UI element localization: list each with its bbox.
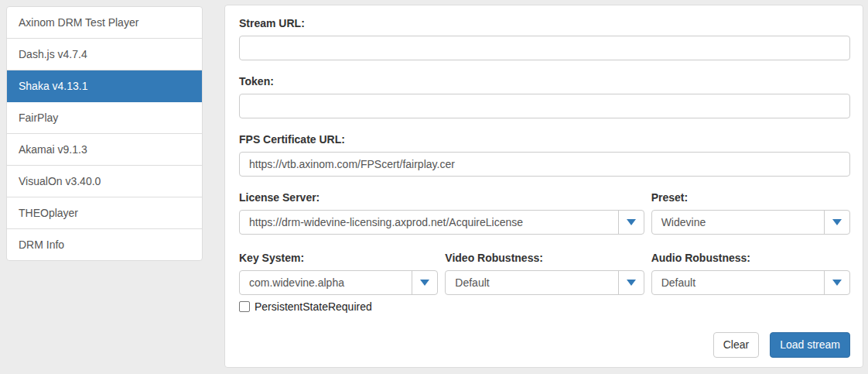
chevron-down-icon [627, 280, 636, 286]
fps-certificate-url-input[interactable] [239, 152, 850, 177]
license-server-label: License Server: [239, 192, 644, 203]
persistent-state-row: PersistentStateRequired [239, 300, 850, 313]
key-system-group: Key System: com.widevine.alpha [239, 252, 438, 295]
audio-robustness-select[interactable]: Default [651, 270, 850, 295]
chevron-down-icon [832, 219, 842, 225]
sidebar-item-theoplayer[interactable]: THEOplayer [7, 197, 202, 229]
video-robustness-label: Video Robustness: [445, 252, 644, 263]
sidebar-item-fairplay[interactable]: FairPlay [7, 102, 202, 134]
video-robustness-arrow-zone[interactable] [618, 271, 644, 294]
stream-config-panel: Stream URL: Token: FPS Certificate URL: … [224, 5, 863, 368]
license-server-value: https://drm-widevine-licensing.axprod.ne… [240, 216, 618, 228]
load-stream-button[interactable]: Load stream [770, 332, 850, 358]
video-robustness-value: Default [446, 276, 617, 289]
license-server-select[interactable]: https://drm-widevine-licensing.axprod.ne… [239, 210, 644, 235]
audio-robustness-group: Audio Robustness: Default [651, 252, 850, 295]
preset-select[interactable]: Widevine [651, 210, 850, 235]
key-system-value: com.widevine.alpha [240, 276, 412, 289]
clear-button[interactable]: Clear [713, 332, 759, 358]
sidebar-item-dashjs[interactable]: Dash.js v4.7.4 [7, 39, 202, 70]
key-system-arrow-zone[interactable] [412, 271, 437, 294]
video-robustness-select[interactable]: Default [445, 270, 644, 295]
chevron-down-icon [832, 280, 842, 286]
audio-robustness-arrow-zone[interactable] [824, 271, 849, 294]
license-server-group: License Server: https://drm-widevine-lic… [239, 192, 644, 235]
license-server-arrow-zone[interactable] [618, 211, 644, 234]
audio-robustness-value: Default [652, 276, 824, 289]
action-button-row: Clear Load stream [239, 332, 850, 358]
token-group: Token: [239, 76, 850, 118]
player-sidebar: Axinom DRM Test Player Dash.js v4.7.4 Sh… [6, 6, 203, 261]
chevron-down-icon [420, 280, 429, 286]
video-robustness-group: Video Robustness: Default [445, 252, 644, 295]
audio-robustness-label: Audio Robustness: [651, 252, 850, 263]
preset-arrow-zone[interactable] [824, 211, 849, 234]
fps-certificate-url-label: FPS Certificate URL: [239, 134, 850, 145]
preset-value: Widevine [652, 216, 824, 228]
token-label: Token: [239, 76, 850, 87]
sidebar-item-visualon[interactable]: VisualOn v3.40.0 [7, 166, 202, 197]
persistent-state-label: PersistentStateRequired [255, 300, 372, 313]
sidebar-item-axinom-drm-test-player[interactable]: Axinom DRM Test Player [7, 7, 202, 39]
preset-group: Preset: Widevine [651, 192, 850, 235]
token-input[interactable] [239, 94, 850, 118]
sidebar-item-shaka[interactable]: Shaka v4.13.1 [7, 70, 202, 102]
fps-certificate-group: FPS Certificate URL: [239, 134, 850, 177]
preset-label: Preset: [651, 192, 850, 203]
stream-url-input[interactable] [239, 36, 850, 60]
persistent-state-checkbox[interactable] [239, 301, 250, 312]
key-system-select[interactable]: com.widevine.alpha [239, 270, 438, 295]
sidebar-item-drm-info[interactable]: DRM Info [7, 229, 202, 260]
sidebar-item-akamai[interactable]: Akamai v9.1.3 [7, 134, 202, 166]
key-system-label: Key System: [239, 252, 438, 263]
chevron-down-icon [627, 219, 636, 225]
stream-url-group: Stream URL: [239, 18, 850, 60]
stream-url-label: Stream URL: [239, 18, 850, 29]
license-preset-row: License Server: https://drm-widevine-lic… [239, 192, 850, 235]
robustness-row: Key System: com.widevine.alpha Video Rob… [239, 252, 850, 295]
